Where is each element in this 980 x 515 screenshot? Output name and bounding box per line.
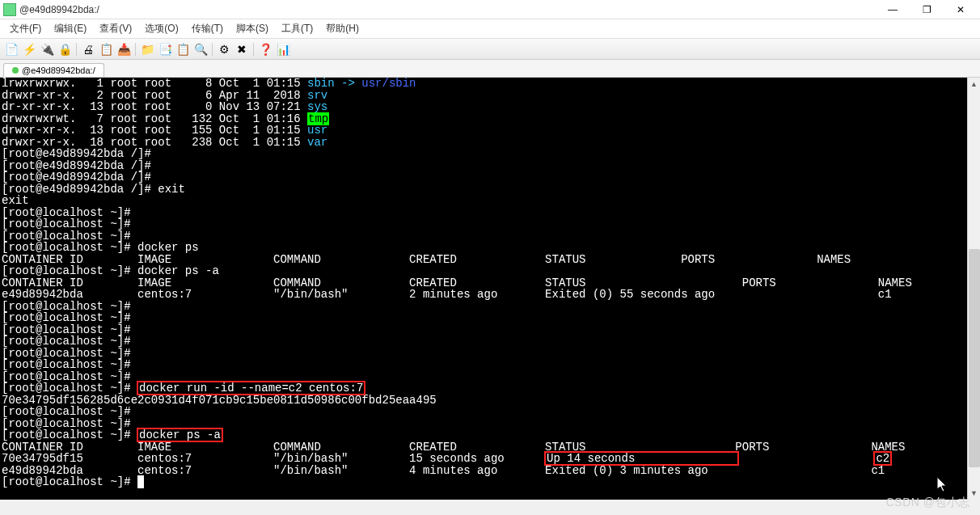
tool-download-icon[interactable]: 📥 [116,41,132,57]
tool-copy-icon[interactable]: 📑 [157,41,173,57]
menu-options[interactable]: 选项(O) [140,20,183,37]
menu-tools[interactable]: 工具(T) [277,20,318,37]
toolbar-separator [76,43,77,56]
tool-quick-icon[interactable]: ⚡ [21,41,37,57]
scroll-thumb[interactable] [969,249,980,467]
tool-paste-icon[interactable]: 📋 [175,41,191,57]
tool-reconnect-icon[interactable]: 🔌 [39,41,55,57]
tool-disconnect-icon[interactable]: 🔒 [57,41,73,57]
minimize-button[interactable]: — [877,0,909,19]
window-controls: — ❐ ✕ [877,0,977,19]
scroll-track[interactable] [968,91,980,487]
tool-settings-icon[interactable]: ⚙ [216,41,232,57]
tool-help-icon[interactable]: ❓ [257,41,273,57]
prompt-line: [root@e49d89942bda /]# exit [2,183,185,196]
menu-help[interactable]: 帮助(H) [321,20,364,37]
session-tab[interactable]: @e49d89942bda:/ [3,63,104,77]
scroll-up-icon[interactable]: ▲ [968,78,980,91]
titlebar: @e49d89942bda:/ — ❐ ✕ [0,0,980,19]
tool-print-icon[interactable]: 🖨 [80,41,96,57]
menu-file[interactable]: 文件(F) [5,20,46,37]
menu-view[interactable]: 查看(V) [95,20,137,37]
tool-find-icon[interactable]: 🔍 [192,41,209,57]
watermark: CSDN @包小志 [886,496,970,510]
tool-connect-icon[interactable]: 📄 [3,41,19,57]
tool-upload-icon[interactable]: 📋 [98,41,114,57]
terminal-area: lrwxrwxrwx. 1 root root 8 Oct 1 01:15 sb… [0,78,980,500]
maximize-button[interactable]: ❐ [910,0,943,19]
terminal[interactable]: lrwxrwxrwx. 1 root root 8 Oct 1 01:15 sb… [0,78,980,488]
tool-x-icon[interactable]: ✖ [234,41,250,57]
menu-script[interactable]: 脚本(S) [231,20,273,37]
titlebar-left: @e49d89942bda:/ [3,3,99,16]
toolbar-separator [212,43,213,56]
tool-folder-icon[interactable]: 📁 [139,41,155,57]
toolbar: 📄 ⚡ 🔌 🔒 🖨 📋 📥 📁 📑 📋 🔍 ⚙ ✖ ❓ 📊 [0,39,980,60]
terminal-scrollbar[interactable]: ▲ ▼ [967,78,980,500]
tool-sessions-icon[interactable]: 📊 [275,41,291,57]
app-icon [3,3,16,16]
tab-label: @e49d89942bda:/ [22,65,95,75]
toolbar-separator [135,43,136,56]
toolbar-separator [253,43,254,56]
close-button[interactable]: ✕ [944,0,977,19]
window-title: @e49d89942bda:/ [19,4,99,15]
terminal-cursor [137,475,144,488]
menu-edit[interactable]: 编辑(E) [49,20,91,37]
menubar: 文件(F) 编辑(E) 查看(V) 选项(O) 传输(T) 脚本(S) 工具(T… [0,19,980,39]
menu-transfer[interactable]: 传输(T) [187,20,228,37]
prompt-line: [root@localhost ~]# [2,475,144,488]
tabbar: @e49d89942bda:/ [0,60,980,78]
tab-status-dot-icon [12,67,19,74]
